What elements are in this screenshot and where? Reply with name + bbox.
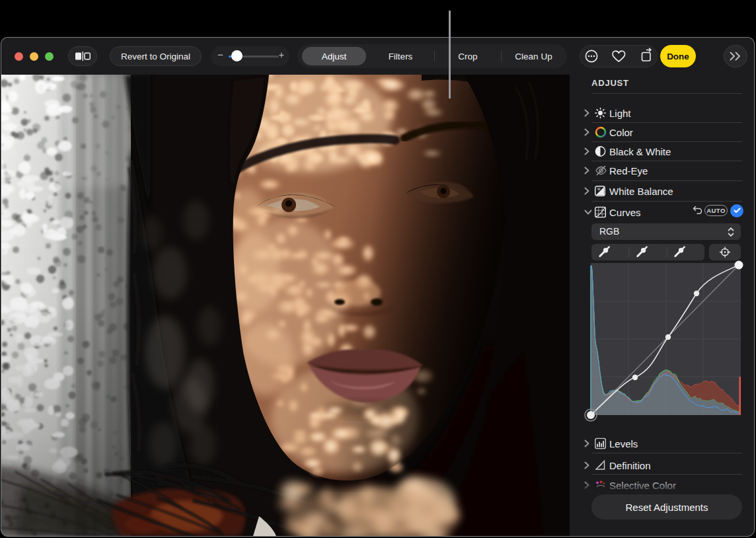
svg-text:W: W bbox=[597, 188, 601, 191]
